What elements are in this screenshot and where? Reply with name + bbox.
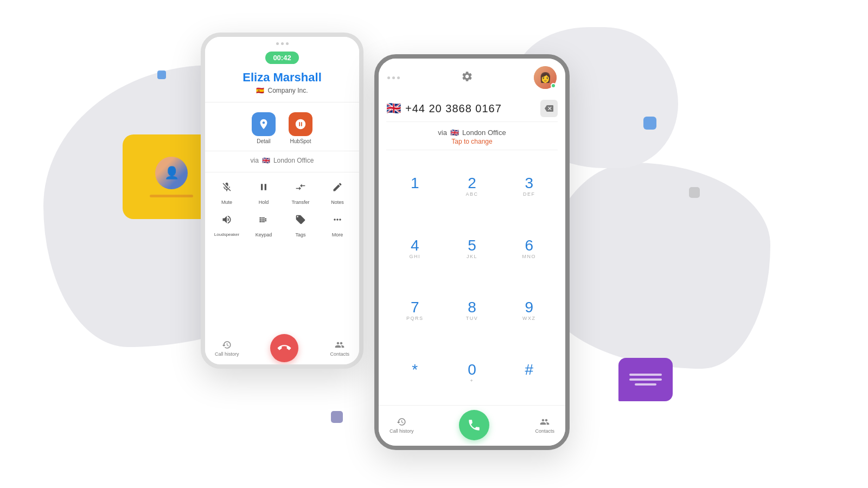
via-flag: 🇬🇧 bbox=[262, 157, 270, 164]
hold-icon bbox=[253, 177, 274, 197]
d-dot-3 bbox=[397, 76, 400, 79]
key-6[interactable]: 6 MNO bbox=[502, 219, 557, 279]
hubspot-button[interactable]: HubSpot bbox=[289, 112, 312, 144]
loudspeaker-button[interactable]: Loudspeaker bbox=[210, 209, 243, 237]
dialer-bottom: Call history Contacts bbox=[379, 405, 565, 446]
loudspeaker-icon bbox=[216, 209, 237, 230]
hold-button[interactable]: Hold bbox=[247, 177, 280, 205]
online-indicator bbox=[551, 83, 556, 88]
dial-number: +44 20 3868 0167 bbox=[405, 102, 536, 115]
contacts-button[interactable]: Contacts bbox=[330, 340, 349, 357]
dialer-call-button[interactable] bbox=[459, 410, 489, 440]
avatar-face-icon: 👤 bbox=[155, 157, 188, 189]
via-text: via bbox=[251, 157, 259, 164]
controls-grid: Mute Hold Transfer Notes bbox=[205, 175, 359, 240]
key-0[interactable]: 0 + bbox=[444, 343, 499, 403]
d-dot-1 bbox=[387, 76, 390, 79]
deco-square-4 bbox=[331, 411, 343, 423]
via-office-right: London Office bbox=[462, 129, 506, 137]
via-section: via 🇬🇧 London Office Tap to change bbox=[386, 121, 558, 150]
call-timer: 00:42 bbox=[265, 52, 298, 64]
via-office-name: London Office bbox=[273, 157, 314, 164]
key-1[interactable]: 1 bbox=[387, 157, 442, 217]
key-4[interactable]: 4 GHI bbox=[387, 219, 442, 279]
key-star[interactable]: * bbox=[387, 343, 442, 403]
user-avatar-container: 👩 bbox=[534, 66, 557, 89]
key-2[interactable]: 2 ABC bbox=[444, 157, 499, 217]
notes-label: Notes bbox=[331, 200, 344, 205]
notes-button[interactable]: Notes bbox=[321, 177, 354, 205]
deco-square-3 bbox=[689, 187, 700, 198]
dialer-contacts-button[interactable]: Contacts bbox=[535, 417, 554, 434]
more-icon bbox=[327, 209, 348, 230]
hold-label: Hold bbox=[259, 200, 269, 205]
background-blob-right bbox=[542, 163, 770, 369]
keypad-label: Keypad bbox=[256, 232, 272, 237]
hubspot-icon bbox=[289, 112, 312, 136]
detail-button[interactable]: Detail bbox=[252, 112, 276, 144]
settings-button[interactable] bbox=[461, 70, 473, 85]
end-call-button[interactable] bbox=[270, 334, 298, 362]
chat-line-1 bbox=[629, 374, 662, 376]
via-text-right: via bbox=[438, 129, 447, 137]
backspace-button[interactable] bbox=[540, 100, 558, 117]
mute-icon bbox=[216, 177, 237, 197]
key-9[interactable]: 9 WXZ bbox=[502, 281, 557, 341]
dialer-header: 👩 bbox=[379, 59, 565, 94]
caller-company: 🇪🇸 Company Inc. bbox=[256, 87, 308, 94]
more-label: More bbox=[332, 232, 343, 237]
detail-icon bbox=[252, 112, 276, 136]
more-button[interactable]: More bbox=[321, 209, 354, 237]
dot-3 bbox=[286, 42, 289, 45]
mute-button[interactable]: Mute bbox=[210, 177, 243, 205]
phone-dots bbox=[276, 42, 289, 45]
phone-top-bar bbox=[205, 37, 359, 48]
company-name: Company Inc. bbox=[267, 87, 308, 94]
dialer-call-history-button[interactable]: Call history bbox=[390, 417, 414, 434]
tap-to-change[interactable]: Tap to change bbox=[451, 138, 492, 145]
call-screen-content: 00:42 Eliza Marshall 🇪🇸 Company Inc. Det… bbox=[205, 37, 359, 364]
dot-1 bbox=[276, 42, 279, 45]
deco-square-1 bbox=[157, 70, 166, 79]
call-history-label: Call history bbox=[215, 351, 239, 357]
dot-2 bbox=[281, 42, 284, 45]
transfer-button[interactable]: Transfer bbox=[284, 177, 317, 205]
caller-name: Eliza Marshall bbox=[242, 70, 322, 85]
key-8[interactable]: 8 TUV bbox=[444, 281, 499, 341]
chat-line-2 bbox=[629, 378, 662, 381]
keypad-grid: 1 2 ABC 3 DEF 4 GHI 5 JKL bbox=[379, 155, 565, 405]
dial-input-row: 🇬🇧 +44 20 3868 0167 bbox=[379, 94, 565, 121]
mute-label: Mute bbox=[221, 200, 232, 205]
contacts-label: Contacts bbox=[330, 351, 349, 357]
hubspot-label: HubSpot bbox=[290, 138, 311, 144]
key-3[interactable]: 3 DEF bbox=[502, 157, 557, 217]
transfer-icon bbox=[290, 177, 311, 197]
keypad-icon bbox=[253, 209, 274, 230]
key-hash[interactable]: # bbox=[502, 343, 557, 403]
key-5[interactable]: 5 JKL bbox=[444, 219, 499, 279]
action-icons-row: Detail HubSpot bbox=[252, 105, 312, 149]
tags-button[interactable]: Tags bbox=[284, 209, 317, 237]
dialer-phone: 👩 🇬🇧 +44 20 3868 0167 via 🇬🇧 London Offi… bbox=[374, 54, 570, 450]
tags-label: Tags bbox=[295, 232, 305, 237]
contact-card-line1 bbox=[150, 195, 193, 197]
key-7[interactable]: 7 PQRS bbox=[387, 281, 442, 341]
transfer-label: Transfer bbox=[291, 200, 309, 205]
dial-flag: 🇬🇧 bbox=[386, 101, 401, 115]
call-history-button[interactable]: Call history bbox=[215, 340, 239, 357]
loudspeaker-label: Loudspeaker bbox=[214, 232, 239, 237]
tags-icon bbox=[290, 209, 311, 230]
dialer-call-history-label: Call history bbox=[390, 428, 414, 434]
keypad-button[interactable]: Keypad bbox=[247, 209, 280, 237]
deco-square-2 bbox=[643, 117, 656, 130]
dialer-screen-content: 👩 🇬🇧 +44 20 3868 0167 via 🇬🇧 London Offi… bbox=[379, 59, 565, 446]
dialer-dots bbox=[387, 76, 400, 79]
via-flag-right: 🇬🇧 bbox=[450, 129, 459, 137]
via-label: via 🇬🇧 London Office bbox=[438, 129, 506, 137]
company-flag: 🇪🇸 bbox=[256, 87, 264, 94]
divider-3 bbox=[205, 172, 359, 172]
d-dot-2 bbox=[392, 76, 395, 79]
call-screen-phone: 00:42 Eliza Marshall 🇪🇸 Company Inc. Det… bbox=[201, 33, 363, 369]
detail-label: Detail bbox=[257, 138, 271, 144]
contact-card-avatar: 👤 bbox=[155, 157, 188, 189]
